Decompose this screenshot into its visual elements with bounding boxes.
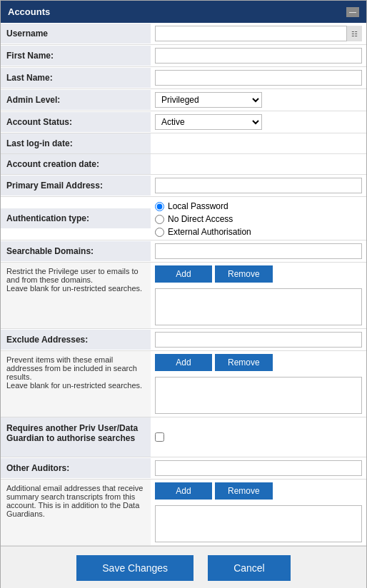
auth-local-text: Local Password <box>168 201 228 211</box>
accountstatus-select[interactable]: Active Inactive <box>155 114 262 130</box>
excludeaddresses-add-button[interactable]: Add <box>155 354 212 371</box>
lastlogin-value-cell <box>151 141 366 146</box>
otherauditors-section: Additional email addresses that receive … <box>1 480 366 546</box>
email-row: Primary Email Address: <box>1 175 366 197</box>
searchdomains-desc: Restrict the Privilege user to emails to… <box>1 263 151 328</box>
requiresauth-checkbox[interactable] <box>155 432 164 442</box>
auth-nodirect-text: No Direct Access <box>168 214 233 224</box>
adminlevel-row: Admin Level: Privileged Standard Read On… <box>1 89 366 111</box>
otherauditors-row: Other Auditors: <box>1 457 366 480</box>
auth-external-text: External Authorisation <box>168 227 251 237</box>
otherauditors-desc: Additional email addresses that receive … <box>1 480 151 545</box>
excludeaddresses-label: Exclude Addresses: <box>1 330 151 350</box>
username-input-wrapper: ☷ <box>155 26 362 41</box>
searchdomains-controls: Add Remove <box>151 263 366 328</box>
minimize-button[interactable]: — <box>346 7 359 17</box>
email-value-cell <box>151 175 366 196</box>
authtype-row: Authentication type: Local Password No D… <box>1 197 366 240</box>
firstname-label: First Name: <box>1 46 151 66</box>
username-input[interactable] <box>155 26 362 41</box>
otherauditors-label: Other Auditors: <box>1 458 151 478</box>
otherauditors-buttons: Add Remove <box>155 482 362 500</box>
firstname-row: First Name: <box>1 45 366 67</box>
excludeaddresses-desc: Prevent items with these email addresses… <box>1 351 151 417</box>
lastname-input[interactable] <box>155 70 362 86</box>
otherauditors-input[interactable] <box>155 460 362 476</box>
firstname-value-cell <box>151 45 366 66</box>
otherauditors-textarea[interactable] <box>155 505 362 542</box>
otherauditors-add-button[interactable]: Add <box>155 482 212 500</box>
firstname-input[interactable] <box>155 48 362 64</box>
auth-nodirect-label[interactable]: No Direct Access <box>155 214 251 224</box>
lastname-value-cell <box>151 67 366 88</box>
excludeaddresses-row: Exclude Addresses: <box>1 329 366 351</box>
authtype-value-cell: Local Password No Direct Access External… <box>151 197 366 240</box>
excludeaddresses-value-cell <box>151 329 366 350</box>
requiresauth-row: Requires another Priv User/Data Guardian… <box>1 417 366 457</box>
searchdomains-buttons: Add Remove <box>155 265 362 283</box>
username-icon: ☷ <box>346 26 362 41</box>
adminlevel-label: Admin Level: <box>1 90 151 110</box>
searchdomains-desc-text: Restrict the Privilege user to emails to… <box>6 267 145 293</box>
main-window: Accounts — Username ☷ First Name: Last N… <box>0 0 367 588</box>
searchdomains-section: Restrict the Privilege user to emails to… <box>1 263 366 329</box>
auth-nodirect-radio[interactable] <box>155 215 164 224</box>
searchabledomains-input[interactable] <box>155 243 362 259</box>
creationdate-label: Account creation date: <box>1 154 151 174</box>
save-button[interactable]: Save Changes <box>76 555 193 581</box>
excludeaddresses-textarea[interactable] <box>155 377 362 414</box>
accountstatus-label: Account Status: <box>1 112 151 132</box>
searchdomains-textarea[interactable] <box>155 288 362 325</box>
searchabledomains-row: Searchable Domains: <box>1 240 366 263</box>
lastname-label: Last Name: <box>1 68 151 88</box>
window-title: Accounts <box>8 6 50 17</box>
accountstatus-value-cell: Active Inactive <box>151 111 366 133</box>
requiresauth-label-text: Requires another Priv User/Data Guardian… <box>6 423 145 443</box>
searchabledomains-label: Searchable Domains: <box>1 241 151 261</box>
excludeaddresses-buttons: Add Remove <box>155 354 362 371</box>
auth-external-label[interactable]: External Authorisation <box>155 227 251 237</box>
adminlevel-select[interactable]: Privileged Standard Read Only <box>155 92 262 108</box>
searchdomains-add-button[interactable]: Add <box>155 265 212 283</box>
email-input[interactable] <box>155 178 362 193</box>
lastlogin-label: Last log-in date: <box>1 133 151 153</box>
username-row: Username ☷ <box>1 23 366 45</box>
excludeaddresses-input[interactable] <box>155 332 362 348</box>
otherauditors-desc-text: Additional email addresses that receive … <box>6 484 145 518</box>
lastlogin-row: Last log-in date: <box>1 133 366 154</box>
excludeaddresses-desc-text: Prevent items with these email addresses… <box>6 355 145 390</box>
excludeaddresses-remove-button[interactable]: Remove <box>215 354 273 371</box>
otherauditors-controls: Add Remove <box>151 480 366 545</box>
excludeaddresses-section: Prevent items with these email addresses… <box>1 351 366 417</box>
otherauditors-remove-button[interactable]: Remove <box>215 482 273 500</box>
creationdate-row: Account creation date: <box>1 154 366 175</box>
auth-radio-group: Local Password No Direct Access External… <box>155 201 251 237</box>
auth-local-label[interactable]: Local Password <box>155 201 251 211</box>
cancel-button[interactable]: Cancel <box>208 555 291 581</box>
form-body: Username ☷ First Name: Last Name: A <box>1 23 366 546</box>
requiresauth-value-cell <box>151 430 366 445</box>
creationdate-value-cell <box>151 161 366 167</box>
searchdomains-remove-button[interactable]: Remove <box>215 265 273 283</box>
lastname-row: Last Name: <box>1 67 366 89</box>
username-label: Username <box>1 24 151 44</box>
auth-external-radio[interactable] <box>155 228 164 237</box>
otherauditors-value-cell <box>151 457 366 479</box>
searchabledomains-value-cell <box>151 240 366 262</box>
accountstatus-row: Account Status: Active Inactive <box>1 111 366 133</box>
email-label: Primary Email Address: <box>1 176 151 196</box>
title-bar: Accounts — <box>1 1 366 23</box>
adminlevel-value-cell: Privileged Standard Read Only <box>151 89 366 111</box>
requiresauth-label: Requires another Priv User/Data Guardian… <box>1 417 151 457</box>
excludeaddresses-controls: Add Remove <box>151 351 366 417</box>
authtype-label: Authentication type: <box>1 208 151 228</box>
username-value-cell: ☷ <box>151 23 366 44</box>
auth-local-radio[interactable] <box>155 202 164 211</box>
footer: Save Changes Cancel <box>1 546 366 588</box>
